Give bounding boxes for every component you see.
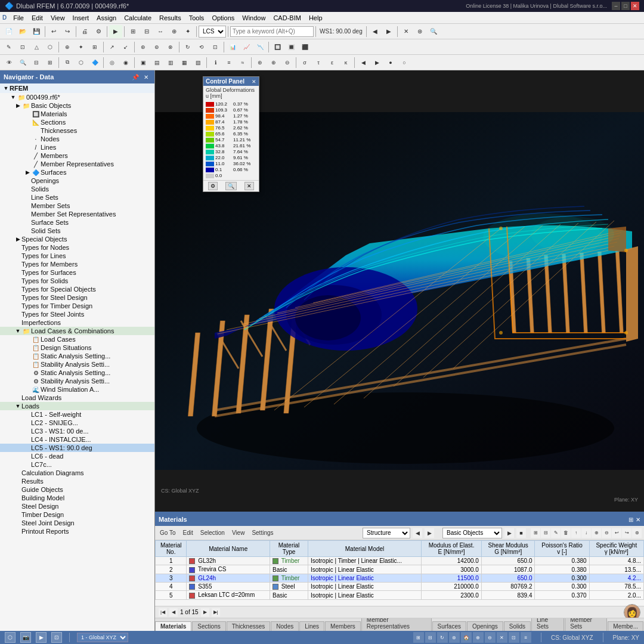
tab-solids[interactable]: Solids bbox=[504, 621, 531, 631]
misc2-btn-4[interactable]: ○ bbox=[398, 56, 411, 69]
view-select[interactable]: 1 - Global XYZ bbox=[77, 633, 128, 642]
transform-btn-3[interactable]: ⊡ bbox=[209, 41, 222, 54]
mat-btn-3[interactable]: ▥ bbox=[164, 56, 177, 69]
tree-guide-objects[interactable]: Guide Objects bbox=[0, 485, 154, 494]
misc-btn-2[interactable]: 🔳 bbox=[284, 41, 298, 54]
tree-lc2[interactable]: LC2 - SNIJEG... bbox=[0, 419, 154, 427]
mp-float-button[interactable]: ⊞ bbox=[628, 516, 633, 523]
tb-btn-3[interactable]: ↔ bbox=[154, 25, 167, 38]
bottom-tool-7[interactable]: ⊖ bbox=[485, 632, 496, 643]
search-input[interactable] bbox=[230, 26, 314, 37]
axis-btn-3[interactable]: ε bbox=[326, 56, 339, 69]
tree-result-combinations[interactable]: 📋 Stability Analysis Setti... bbox=[0, 360, 154, 369]
draw-btn-7[interactable]: ⊞ bbox=[88, 41, 101, 54]
view3d-btn-3[interactable]: ⊟ bbox=[30, 56, 43, 69]
bottom-tool-6[interactable]: ⊕ bbox=[473, 632, 484, 643]
bottom-tool-10[interactable]: ≡ bbox=[521, 632, 531, 643]
draw-btn-8[interactable]: ↗ bbox=[106, 41, 119, 54]
mp-close-button[interactable]: ✕ bbox=[636, 516, 640, 523]
goto-menu[interactable]: Go To bbox=[157, 529, 178, 537]
tree-special-objects[interactable]: ▶ Special Objects bbox=[0, 235, 154, 243]
tab-openings[interactable]: Openings bbox=[467, 621, 503, 631]
mp-tool-1[interactable]: ⊞ bbox=[531, 528, 540, 538]
settings-button[interactable]: ⚙ bbox=[92, 25, 105, 38]
menu-edit[interactable]: Edit bbox=[28, 13, 47, 23]
disp-btn-2[interactable]: ⬡ bbox=[75, 56, 88, 69]
draw-btn-2[interactable]: ⊡ bbox=[16, 41, 29, 54]
transform-btn-2[interactable]: ⟲ bbox=[195, 41, 208, 54]
save-button[interactable]: 💾 bbox=[30, 25, 43, 38]
control-panel-header[interactable]: Control Panel ✕ bbox=[203, 77, 259, 86]
tree-static-analysis[interactable]: ⚙ Static Analysis Setting... bbox=[0, 369, 154, 377]
tree-nodes[interactable]: · Nodes bbox=[0, 135, 154, 143]
nav-close-button[interactable]: ✕ bbox=[141, 72, 151, 82]
new-button[interactable]: 📄 bbox=[2, 25, 16, 38]
tree-load-cases[interactable]: 📋 Load Cases bbox=[0, 335, 154, 343]
tab-materials[interactable]: Materials bbox=[155, 621, 191, 631]
draw-btn-9[interactable]: ↙ bbox=[119, 41, 132, 54]
tree-solid-sets[interactable]: Solid Sets bbox=[0, 227, 154, 235]
tree-types-special[interactable]: Types for Special Objects bbox=[0, 285, 154, 293]
tree-types-surfaces[interactable]: Types for Surfaces bbox=[0, 268, 154, 277]
page-prev-btn[interactable]: ◀ bbox=[169, 608, 178, 617]
tb-btn-2[interactable]: ⊟ bbox=[140, 25, 153, 38]
tree-lc6[interactable]: LC6 - dead bbox=[0, 452, 154, 460]
tree-lc5[interactable]: LC5 - WS1: 90.0 deg bbox=[0, 444, 154, 452]
tree-members[interactable]: ╱ Members bbox=[0, 151, 154, 160]
mp-tool-7[interactable]: ⊕ bbox=[592, 528, 601, 538]
menu-tools[interactable]: Tools bbox=[185, 13, 208, 23]
label-btn-3[interactable]: ≈ bbox=[236, 56, 249, 69]
tree-line-sets[interactable]: Line Sets bbox=[0, 193, 154, 202]
tree-results[interactable]: Results bbox=[0, 477, 154, 485]
tree-rfem-root[interactable]: ▼ RFEM bbox=[0, 83, 154, 93]
tree-types-solids[interactable]: Types for Solids bbox=[0, 277, 154, 285]
misc-btn-1[interactable]: 🔲 bbox=[271, 41, 284, 54]
tree-basic-objects[interactable]: ▶ 📁 Basic Objects bbox=[0, 101, 154, 110]
status-btn-4[interactable]: ⊡ bbox=[51, 632, 62, 643]
menu-options[interactable]: Options bbox=[208, 13, 238, 23]
tab-sections[interactable]: Sections bbox=[192, 621, 225, 631]
tree-thicknesses[interactable]: Thicknesses bbox=[0, 126, 154, 135]
tree-load-combinations[interactable]: 📋 Static Analysis Setting... bbox=[0, 352, 154, 360]
mat-btn-5[interactable]: ▧ bbox=[191, 56, 205, 69]
tree-types-members[interactable]: Types for Members bbox=[0, 260, 154, 268]
tree-types-steel[interactable]: Types for Steel Design bbox=[0, 293, 154, 302]
viewport[interactable]: Control Panel ✕ Global Deformations u [m… bbox=[155, 70, 644, 512]
tree-printout-reports[interactable]: Printout Reports bbox=[0, 527, 154, 535]
open-button[interactable]: 📂 bbox=[16, 25, 29, 38]
axis-btn-1[interactable]: σ bbox=[298, 56, 311, 69]
axis-btn-4[interactable]: κ bbox=[339, 56, 352, 69]
misc2-btn-3[interactable]: ● bbox=[384, 56, 397, 69]
misc-btn-3[interactable]: ⬛ bbox=[298, 41, 311, 54]
tree-wind-simulation[interactable]: 🌊 Wind Simulation A... bbox=[0, 385, 154, 394]
tb-btn-4[interactable]: ⊕ bbox=[168, 25, 181, 38]
minimize-button[interactable]: – bbox=[612, 2, 620, 10]
structure-dropdown[interactable]: Structure bbox=[363, 528, 410, 538]
bottom-tool-1[interactable]: ⊞ bbox=[413, 632, 424, 643]
snap-btn-1[interactable]: ⊛ bbox=[137, 41, 150, 54]
bottom-tool-9[interactable]: ⊡ bbox=[509, 632, 519, 643]
snap-btn-3[interactable]: ⊗ bbox=[164, 41, 177, 54]
view3d-btn-4[interactable]: ⊞ bbox=[44, 56, 57, 69]
bottom-tool-3[interactable]: ↻ bbox=[437, 632, 448, 643]
close-button[interactable]: ✕ bbox=[631, 2, 639, 10]
tree-types-nodes[interactable]: Types for Nodes bbox=[0, 243, 154, 252]
tree-materials[interactable]: 🔲 Materials bbox=[0, 110, 154, 118]
tree-design-situations[interactable]: 📋 Design Situations bbox=[0, 343, 154, 352]
status-btn-1[interactable]: ⬡ bbox=[5, 632, 16, 643]
tree-member-set-reps[interactable]: Member Set Representatives bbox=[0, 210, 154, 218]
render-btn-2[interactable]: ◉ bbox=[119, 56, 132, 69]
cp-close-button[interactable]: ✕ bbox=[252, 79, 256, 85]
mat-btn-1[interactable]: ▣ bbox=[137, 56, 150, 69]
snap-btn-2[interactable]: ⊚ bbox=[150, 41, 163, 54]
misc2-btn-2[interactable]: ▶ bbox=[370, 56, 383, 69]
view-menu[interactable]: View bbox=[230, 529, 247, 537]
mp-tool-5[interactable]: ↑ bbox=[571, 528, 581, 538]
view-btn-3[interactable]: 🔍 bbox=[427, 25, 440, 38]
view-btn-2[interactable]: ⊛ bbox=[413, 25, 426, 38]
tab-member-sets[interactable]: Member Sets bbox=[565, 618, 607, 631]
table-row[interactable]: 3 GL24h Timber Isotropic | Linear Elasti… bbox=[156, 574, 644, 582]
tree-member-reps[interactable]: ╱ Member Representatives bbox=[0, 160, 154, 168]
mp-tool-8[interactable]: ⊖ bbox=[602, 528, 611, 538]
tree-openings[interactable]: Openings bbox=[0, 177, 154, 185]
